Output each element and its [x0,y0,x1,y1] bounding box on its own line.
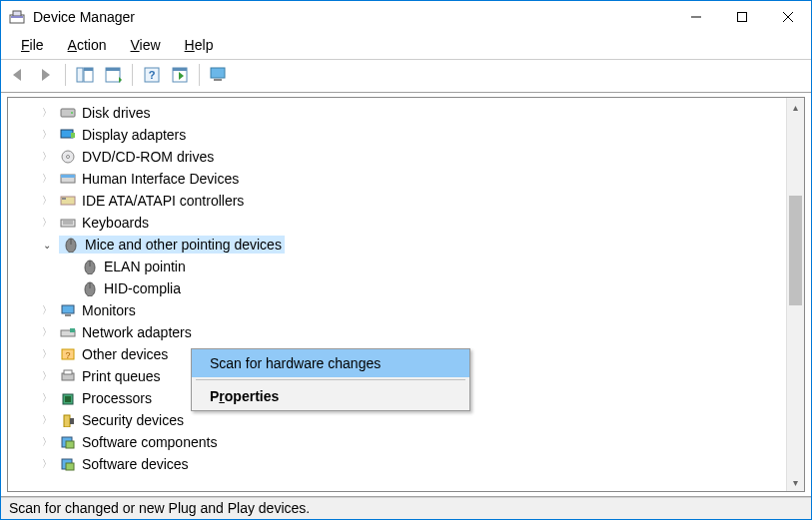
other-icon: ? [59,346,77,362]
cdrom-icon [59,149,77,165]
mouse-icon [62,237,80,253]
expander-icon[interactable]: 〉 [40,303,54,317]
content-frame: 〉 Disk drives 〉 Display adapters 〉 DVD/C… [1,92,811,497]
tree-item-software-components[interactable]: 〉 Software components [18,431,784,453]
scroll-down-icon[interactable]: ▾ [787,473,804,491]
expander-icon[interactable]: 〉 [40,128,54,142]
maximize-button[interactable] [719,1,765,33]
tree-item-mice[interactable]: ⌄ Mice and other pointing devices [18,234,784,256]
tree-item-disk-drives[interactable]: 〉 Disk drives [18,102,784,124]
network-icon [59,324,77,340]
expander-icon[interactable]: 〉 [40,369,54,383]
tree-item-label: Keyboards [82,215,149,231]
tree-item-software-devices[interactable]: 〉 Software devices [18,453,784,475]
app-icon [9,9,25,25]
expander-icon[interactable]: 〉 [40,413,54,427]
ctx-properties[interactable]: Properties [192,382,469,410]
svg-rect-18 [173,68,187,71]
cpu-icon [59,390,77,406]
tree-item-label: Display adapters [82,127,186,143]
tree-item-label: Other devices [82,346,168,362]
menu-help[interactable]: Help [175,35,224,55]
tree-item-dvd-cdrom[interactable]: 〉 DVD/CD-ROM drives [18,146,784,168]
tree-item-label: Disk drives [82,105,150,121]
keyboard-icon [59,215,77,231]
toolbar-separator [132,64,133,86]
svg-rect-25 [71,133,75,138]
expander-icon[interactable]: 〉 [40,106,54,120]
monitor-icon[interactable] [208,64,230,86]
context-menu: Scan for hardware changes Properties [191,348,470,411]
printer-icon [59,368,77,384]
tree-item-label: IDE ATA/ATAPI controllers [82,193,244,209]
svg-rect-50 [65,396,71,402]
scan-hardware-icon[interactable] [169,64,191,86]
status-text: Scan for changed or new Plug and Play de… [9,500,310,516]
svg-rect-11 [84,68,93,71]
expander-icon[interactable]: 〉 [40,194,54,208]
expander-icon[interactable]: 〉 [40,325,54,339]
toolbar-separator [65,64,66,86]
svg-rect-48 [64,370,72,374]
expander-icon[interactable]: 〉 [40,150,54,164]
export-icon[interactable] [102,64,124,86]
svg-marker-8 [42,69,50,81]
minimize-button[interactable] [673,1,719,33]
close-button[interactable] [765,1,811,33]
svg-rect-54 [66,441,74,448]
software-icon [59,456,77,472]
tree-item-ide[interactable]: 〉 IDE ATA/ATAPI controllers [18,190,784,212]
svg-rect-1 [13,11,21,16]
ctx-item-label: Scan for hardware changes [210,355,381,371]
mouse-icon [81,259,99,274]
tree-item-security[interactable]: 〉 Security devices [18,409,784,431]
expander-icon[interactable]: 〉 [40,216,54,230]
svg-point-27 [67,156,70,159]
tree-item-label: Monitors [82,302,136,318]
forward-button[interactable] [35,64,57,86]
toolbar: ? [1,59,811,92]
tree-item-monitors[interactable]: 〉 Monitors [18,299,784,321]
menu-action[interactable]: Action [58,35,117,55]
show-hide-tree-icon[interactable] [74,64,96,86]
menu-file[interactable]: File [11,35,54,55]
tree-item-label: ELAN pointin [104,259,186,274]
tree-item-hid[interactable]: 〉 Human Interface Devices [18,168,784,190]
expander-icon[interactable]: 〉 [40,435,54,449]
svg-rect-42 [65,314,71,316]
svg-rect-31 [62,198,66,200]
menu-view[interactable]: View [121,35,171,55]
svg-rect-2 [11,16,23,18]
svg-rect-51 [64,415,70,427]
ctx-scan-hardware[interactable]: Scan for hardware changes [192,349,469,377]
tree-item-label: Software devices [82,456,189,472]
tree-item-elan[interactable]: ELAN pointin [18,256,784,277]
display-adapter-icon [59,127,77,143]
tree-item-keyboards[interactable]: 〉 Keyboards [18,212,784,234]
toolbar-separator [199,64,200,86]
svg-rect-41 [62,305,74,313]
scroll-thumb[interactable] [789,196,802,305]
tree-item-label: DVD/CD-ROM drives [82,149,214,165]
tree-item-display-adapters[interactable]: 〉 Display adapters [18,124,784,146]
ide-icon [59,193,77,209]
tree-item-label: Software components [82,434,217,450]
device-tree[interactable]: 〉 Disk drives 〉 Display adapters 〉 DVD/C… [7,97,805,492]
scroll-up-icon[interactable]: ▴ [787,98,804,116]
svg-rect-29 [61,175,75,178]
help-icon[interactable]: ? [141,64,163,86]
expander-icon[interactable]: 〉 [40,457,54,471]
back-button[interactable] [7,64,29,86]
expander-icon[interactable]: 〉 [40,172,54,186]
expander-icon[interactable]: 〉 [40,391,54,405]
expander-icon[interactable]: ⌄ [40,240,54,251]
expander-icon[interactable]: 〉 [40,347,54,361]
vertical-scrollbar[interactable]: ▴ ▾ [786,98,804,491]
ctx-separator [196,379,465,380]
mouse-icon [81,280,99,296]
svg-rect-21 [214,79,222,81]
menu-bar: File Action View Help [1,33,811,59]
tree-item-hidmouse[interactable]: HID-complia [18,277,784,299]
tree-item-network[interactable]: 〉 Network adapters [18,321,784,343]
svg-point-23 [71,112,73,114]
